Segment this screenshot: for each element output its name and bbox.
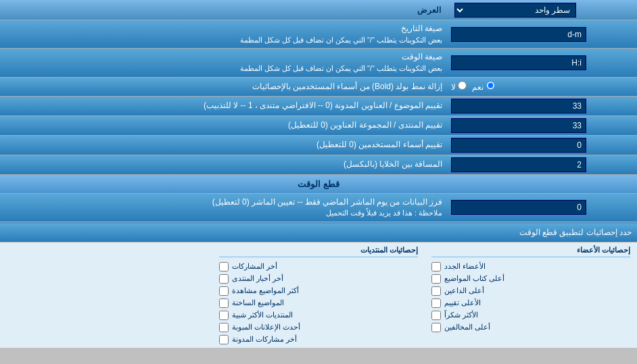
spacing-label: المسافة بين الخلايا (بالبكسل) xyxy=(0,156,448,173)
radio-yes-label: نعم xyxy=(472,81,494,92)
spacing-input-cell xyxy=(448,155,637,174)
bold-remove-row: إزالة نمط بولد (Bold) من أسماء المستخدمي… xyxy=(0,78,637,97)
top-inviters-checkbox[interactable] xyxy=(431,286,441,296)
most-thanked-checkbox[interactable] xyxy=(431,311,441,320)
blog-posts-checkbox[interactable] xyxy=(219,335,229,344)
new-members-item: الأعضاء الجدد xyxy=(431,262,630,271)
similar-forums-item: المنتديات الأكثر شبية xyxy=(219,311,418,320)
most-thanked-label: الأكثر شكراً xyxy=(444,311,478,319)
radio-yes[interactable] xyxy=(486,81,495,90)
cutoff-section-header: قطع الوقت xyxy=(0,175,637,194)
latest-classifieds-checkbox[interactable] xyxy=(219,323,229,332)
top-violators-label: أعلى المخالفين xyxy=(444,323,490,332)
forum-news-item: أخر أخبار المنتدى xyxy=(219,274,418,284)
topics-order-label: تقييم الموضوع / العناوين المدونة (0 -- ا… xyxy=(0,97,448,114)
stats-section: حدد إحصائيات لتطبيق قطع الوقت إحصائيات ا… xyxy=(0,222,637,348)
latest-classifieds-label: أحدث الإعلانات المبوبة xyxy=(232,323,300,332)
time-format-input-cell xyxy=(448,53,637,72)
forum-order-input-cell xyxy=(448,116,637,135)
forum-order-input[interactable] xyxy=(451,118,586,133)
spacing-input[interactable] xyxy=(451,157,586,172)
stats-apply-label: حدد إحصائيات لتطبيق قطع الوقت xyxy=(0,225,637,240)
hot-topics-label: المواضيع الساخنة xyxy=(232,298,284,307)
cutoff-input-cell xyxy=(448,198,637,217)
cutoff-input[interactable] xyxy=(451,200,586,215)
top-topic-writers-checkbox[interactable] xyxy=(431,274,441,284)
users-order-input[interactable] xyxy=(451,138,586,153)
cutoff-label: فرز البيانات من يوم الماشر الماضي فقط --… xyxy=(0,194,448,222)
most-viewed-item: أكثر المواضيع مشاهدة xyxy=(219,286,418,296)
date-format-input[interactable] xyxy=(451,27,586,42)
topics-order-row: تقييم الموضوع / العناوين المدونة (0 -- ا… xyxy=(0,97,637,116)
hot-topics-checkbox[interactable] xyxy=(219,298,229,308)
similar-forums-label: المنتديات الأكثر شبية xyxy=(232,311,293,319)
top-violators-item: أعلى المخالفين xyxy=(431,323,630,332)
last-posts-checkbox[interactable] xyxy=(219,262,229,271)
forums-col-header: إحصائيات المنتديات xyxy=(219,246,418,257)
latest-classifieds-item: أحدث الإعلانات المبوبة xyxy=(219,323,418,332)
empty-col xyxy=(0,246,212,344)
highest-rated-item: الأعلى تقييم xyxy=(431,298,630,308)
forums-stats-col: إحصائيات المنتديات أخر المشاركات أخر أخب… xyxy=(212,246,425,344)
checkbox-columns: إحصائيات الأعضاء الأعضاء الجدد أعلى كتاب… xyxy=(0,242,637,348)
radio-no[interactable] xyxy=(458,81,467,90)
header-row: العرض سطر واحد xyxy=(0,0,637,20)
highest-rated-label: الأعلى تقييم xyxy=(444,298,481,307)
single-line-cell: سطر واحد xyxy=(448,1,637,20)
forum-news-label: أخر أخبار المنتدى xyxy=(232,274,283,283)
date-format-label: صيغة التاريخ بعض التكوينات يتطلب "/" الت… xyxy=(0,20,448,48)
most-viewed-label: أكثر المواضيع مشاهدة xyxy=(232,286,299,295)
blog-posts-label: أخر مشاركات المدونة xyxy=(232,335,297,344)
blog-posts-item: أخر مشاركات المدونة xyxy=(219,335,418,344)
date-format-input-cell xyxy=(448,25,637,44)
most-viewed-checkbox[interactable] xyxy=(219,286,229,296)
last-posts-label: أخر المشاركات xyxy=(232,262,277,271)
top-topic-writers-item: أعلى كتاب المواضيع xyxy=(431,274,630,284)
topics-order-input[interactable] xyxy=(451,99,586,113)
display-label: العرض xyxy=(0,3,448,18)
time-format-row: صيغة الوقت بعض التكوينات يتطلب "/" التي … xyxy=(0,49,637,77)
date-format-row: صيغة التاريخ بعض التكوينات يتطلب "/" الت… xyxy=(0,20,637,49)
cutoff-title: قطع الوقت xyxy=(291,176,346,192)
topics-order-input-cell xyxy=(448,97,637,115)
similar-forums-checkbox[interactable] xyxy=(219,311,229,320)
highest-rated-checkbox[interactable] xyxy=(431,298,441,308)
forum-order-row: تقييم المنتدى / المجموعة العناوين (0 للت… xyxy=(0,116,637,136)
radio-no-label: لا xyxy=(451,81,467,92)
top-topic-writers-label: أعلى كتاب المواضيع xyxy=(444,274,504,283)
stats-header-row: حدد إحصائيات لتطبيق قطع الوقت xyxy=(0,224,637,242)
new-members-checkbox[interactable] xyxy=(431,262,441,271)
members-stats-col: إحصائيات الأعضاء الأعضاء الجدد أعلى كتاب… xyxy=(425,246,637,344)
time-format-input[interactable] xyxy=(451,55,586,70)
forum-news-checkbox[interactable] xyxy=(219,274,229,284)
most-thanked-item: الأكثر شكراً xyxy=(431,311,630,320)
forum-order-label: تقييم المنتدى / المجموعة العناوين (0 للت… xyxy=(0,117,448,134)
new-members-label: الأعضاء الجدد xyxy=(444,262,486,271)
spacing-row: المسافة بين الخلايا (بالبكسل) xyxy=(0,155,637,175)
users-order-row: تقييم أسماء المستخدمين (0 للتعطيل) xyxy=(0,136,637,155)
top-violators-checkbox[interactable] xyxy=(431,323,441,332)
time-format-label: صيغة الوقت بعض التكوينات يتطلب "/" التي … xyxy=(0,49,448,76)
bold-radio-group: نعم لا xyxy=(451,81,495,92)
users-order-label: تقييم أسماء المستخدمين (0 للتعطيل) xyxy=(0,136,448,153)
top-inviters-item: أعلى الداعين xyxy=(431,286,630,296)
display-select[interactable]: سطر واحد xyxy=(454,3,576,18)
hot-topics-item: المواضيع الساخنة xyxy=(219,298,418,308)
members-col-header: إحصائيات الأعضاء xyxy=(431,246,630,257)
cutoff-row: فرز البيانات من يوم الماشر الماضي فقط --… xyxy=(0,194,637,222)
last-posts-item: أخر المشاركات xyxy=(219,262,418,271)
bold-remove-label: إزالة نمط بولد (Bold) من أسماء المستخدمي… xyxy=(0,78,448,95)
top-inviters-label: أعلى الداعين xyxy=(444,286,484,295)
users-order-input-cell xyxy=(448,136,637,155)
bold-remove-radio-cell: نعم لا xyxy=(448,79,637,94)
